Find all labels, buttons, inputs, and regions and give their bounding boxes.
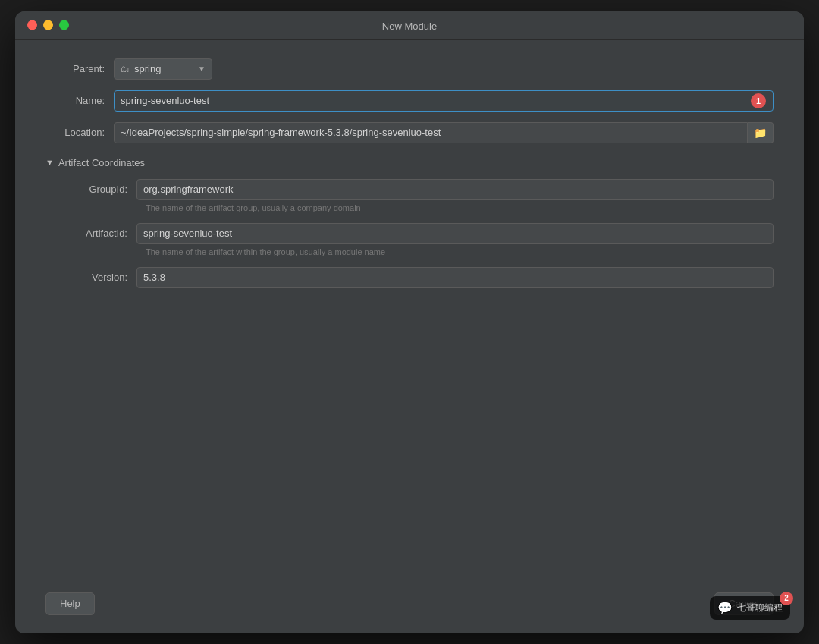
close-button[interactable]	[27, 20, 37, 30]
help-button[interactable]: Help	[46, 592, 95, 615]
parent-label: Parent:	[46, 63, 114, 74]
maximize-button[interactable]	[59, 20, 69, 30]
group-id-row: GroupId: The name of the artifact group,…	[46, 179, 774, 218]
section-chevron-icon[interactable]: ▼	[46, 158, 54, 167]
artifact-id-label: ArtifactId:	[61, 228, 136, 239]
minimize-button[interactable]	[43, 20, 53, 30]
name-label: Name:	[46, 95, 114, 106]
location-row: Location: 📁	[46, 122, 774, 143]
wechat-icon: 💬	[717, 601, 733, 615]
name-input-wrapper: 1	[114, 90, 774, 112]
bottom-bar: Help Cancel	[15, 580, 804, 633]
version-field-row: Version:	[61, 267, 774, 288]
dialog-content: Parent: 🗂 spring ▼ Name: 1 Location: 📁	[15, 40, 804, 580]
chevron-down-icon: ▼	[198, 64, 206, 73]
artifact-id-input[interactable]	[136, 223, 774, 244]
name-row: Name: 1	[46, 90, 774, 112]
parent-value: spring	[134, 63, 193, 74]
watermark-text: 七哥聊编程	[737, 602, 783, 614]
name-input[interactable]	[114, 90, 774, 112]
name-badge: 1	[751, 93, 766, 108]
traffic-lights	[27, 20, 69, 30]
watermark-badge: 2	[780, 592, 793, 605]
group-id-field-row: GroupId:	[61, 179, 774, 200]
parent-dropdown[interactable]: 🗂 spring ▼	[114, 58, 212, 80]
group-id-input[interactable]	[136, 179, 774, 200]
artifact-id-field-row: ArtifactId:	[61, 223, 774, 244]
artifact-id-row: ArtifactId: The name of the artifact wit…	[46, 223, 774, 262]
parent-row: Parent: 🗂 spring ▼	[46, 58, 774, 80]
artifact-section-title: Artifact Coordinates	[58, 157, 145, 168]
version-row: Version:	[46, 267, 774, 288]
location-label: Location:	[46, 127, 114, 138]
location-input[interactable]	[114, 122, 748, 143]
new-module-dialog: New Module Parent: 🗂 spring ▼ Name: 1 Lo…	[15, 11, 804, 633]
dialog-title: New Module	[382, 20, 437, 32]
version-input[interactable]	[136, 267, 774, 288]
artifact-id-hint: The name of the artifact within the grou…	[61, 247, 774, 256]
group-id-label: GroupId:	[61, 184, 136, 195]
location-field-group: 📁	[114, 122, 774, 143]
group-id-hint: The name of the artifact group, usually …	[61, 203, 774, 212]
artifact-section-header: ▼ Artifact Coordinates	[46, 157, 774, 168]
version-label: Version:	[61, 272, 136, 283]
parent-folder-icon: 🗂	[121, 64, 130, 74]
title-bar: New Module	[15, 11, 804, 40]
folder-icon: 📁	[754, 127, 767, 139]
browse-button[interactable]: 📁	[748, 122, 774, 143]
watermark: 💬 七哥聊编程 2	[710, 596, 790, 620]
